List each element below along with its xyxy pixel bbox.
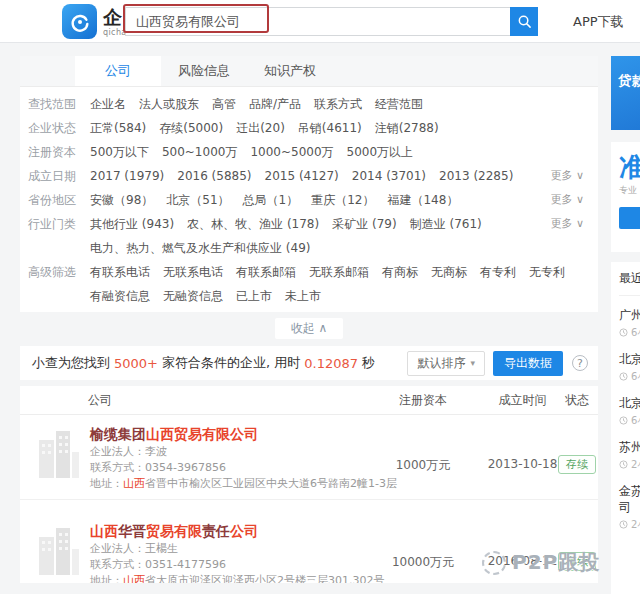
- filter-option[interactable]: 5000万以上: [347, 140, 414, 164]
- filter-option[interactable]: 有商标: [382, 260, 418, 284]
- results-text-suffix: 秒: [362, 354, 375, 372]
- filter-option[interactable]: 品牌/产品: [249, 92, 301, 116]
- filter-option[interactable]: 迁出(20): [236, 116, 285, 140]
- filter-option[interactable]: 正常(584): [90, 116, 146, 140]
- legal-person-line: 企业法人：王楊生: [90, 541, 400, 557]
- filter-option[interactable]: 经营范围: [375, 92, 423, 116]
- filter-option[interactable]: 吊销(4611): [298, 116, 362, 140]
- tab-risk-info[interactable]: 风险信息: [161, 56, 247, 86]
- sidebar-ad-banner[interactable]: 贷款: [611, 56, 640, 130]
- more-button-region[interactable]: 更多 ∨: [550, 188, 584, 212]
- filter-option[interactable]: 无融资信息: [163, 284, 223, 308]
- filter-option[interactable]: 企业名: [90, 92, 126, 116]
- filter-option[interactable]: 安徽（98）: [90, 188, 153, 212]
- sidebar-ad-text: 贷款: [618, 73, 640, 88]
- filter-option[interactable]: 注销(2788): [375, 116, 439, 140]
- filter-option[interactable]: 有融资信息: [90, 284, 150, 308]
- company-name-part: 责任: [202, 523, 230, 539]
- column-header-company: 公司: [88, 386, 112, 415]
- recent-item[interactable]: 苏州2小时前: [619, 428, 640, 472]
- filter-label-scope: 查找范围: [28, 92, 84, 116]
- filter-option[interactable]: 2014 (3701): [352, 164, 426, 188]
- filter-row-capital: 注册资本500万以下500~1000万1000~5000万5000万以上: [20, 140, 598, 164]
- status-cell: 存续: [548, 453, 598, 474]
- clock-icon: [619, 416, 628, 427]
- filter-row-scope: 查找范围企业名法人或股东高管品牌/产品联系方式经营范围: [20, 92, 598, 116]
- filter-option[interactable]: 无专利: [529, 260, 565, 284]
- filter-option[interactable]: 2013 (2285): [439, 164, 513, 188]
- filter-row-advanced: 高级筛选有联系电话无联系电话有联系邮箱无联系邮箱有商标无商标有专利无专利有融资信…: [20, 260, 598, 308]
- filter-option[interactable]: 采矿业 (79): [332, 212, 396, 236]
- contact-line: 联系方式：0354-3967856: [90, 460, 400, 476]
- sort-button[interactable]: 默认排序 ▾: [407, 351, 485, 376]
- recent-items: 广州6小时前北京6小时前北京6小时前苏州2小时前金苏司2小时前: [619, 296, 640, 532]
- tab-intellectual-property[interactable]: 知识产权: [247, 56, 333, 86]
- recent-company-name: 广州: [619, 307, 640, 323]
- filter-option[interactable]: 已上市: [236, 284, 272, 308]
- registered-capital: 10000万元: [368, 554, 478, 571]
- chevron-down-icon: ∨: [576, 169, 584, 182]
- search-button[interactable]: [510, 7, 538, 36]
- filter-option[interactable]: 存续(5000): [159, 116, 223, 140]
- app-download-link[interactable]: APP下载: [573, 13, 624, 31]
- filter-option[interactable]: 重庆（12）: [311, 188, 374, 212]
- filter-option[interactable]: 电力、热力、燃气及水生产和供应业 (49): [90, 236, 310, 260]
- recent-item[interactable]: 金苏司2小时前: [619, 472, 640, 532]
- filter-option[interactable]: 2015 (4127): [265, 164, 339, 188]
- filter-option[interactable]: 其他行业 (943): [90, 212, 174, 236]
- promo-button[interactable]: [619, 207, 640, 229]
- filter-option[interactable]: 有联系邮箱: [236, 260, 296, 284]
- filter-option[interactable]: 无联系邮箱: [309, 260, 369, 284]
- filter-option[interactable]: 制造业 (761): [410, 212, 482, 236]
- company-name-part: 山西: [90, 523, 118, 539]
- filter-option[interactable]: 有联系电话: [90, 260, 150, 284]
- clock-icon: [619, 372, 628, 383]
- company-info: 山西华晋贸易有限责任公司企业法人：王楊生联系方式：0351-4177596地址：…: [90, 521, 400, 583]
- filter-option[interactable]: 2017 (1979): [90, 164, 164, 188]
- filter-option[interactable]: 2016 (5885): [177, 164, 251, 188]
- recent-item[interactable]: 广州6小时前: [619, 296, 640, 340]
- tab-company[interactable]: 公司: [75, 56, 161, 86]
- results-bar: 小查为您找到 5000+ 家符合条件的企业, 用时 0.12087 秒 默认排序…: [20, 346, 598, 380]
- filter-option[interactable]: 未上市: [285, 284, 321, 308]
- filter-option[interactable]: 福建（148）: [387, 188, 458, 212]
- company-name-part: 公司: [230, 523, 258, 539]
- help-icon[interactable]: ?: [572, 355, 588, 371]
- more-button-founded-date[interactable]: 更多 ∨: [550, 164, 584, 188]
- filter-option[interactable]: 农、林、牧、渔业 (178): [187, 212, 319, 236]
- filter-option[interactable]: 总局（1）: [243, 188, 299, 212]
- sort-button-label: 默认排序: [417, 355, 465, 372]
- results-count: 5000+: [114, 356, 158, 371]
- filter-label-advanced: 高级筛选: [28, 260, 84, 308]
- company-row: 山西华晋贸易有限责任公司企业法人：王楊生联系方式：0351-4177596地址：…: [20, 500, 598, 583]
- filter-row-region: 省份地区安徽（98）北京（51）总局（1）重庆（12）福建（148）更多 ∨: [20, 188, 598, 212]
- filter-option[interactable]: 500~1000万: [162, 140, 238, 164]
- filter-option[interactable]: 有专利: [480, 260, 516, 284]
- recent-item[interactable]: 北京6小时前: [619, 384, 640, 428]
- filter-option[interactable]: 高管: [212, 92, 236, 116]
- building-icon: [35, 525, 81, 581]
- company-name-link[interactable]: 榆缆集团山西贸易有限公司: [90, 424, 400, 444]
- recent-time: 2小时前: [619, 458, 640, 472]
- filter-option[interactable]: 500万以下: [90, 140, 149, 164]
- building-icon: [35, 428, 81, 484]
- filter-option[interactable]: 无商标: [431, 260, 467, 284]
- search-box: [125, 7, 510, 36]
- recent-item[interactable]: 北京6小时前: [619, 340, 640, 384]
- results-elapsed: 0.12087: [304, 356, 358, 371]
- collapse-button[interactable]: 收起 ∧: [275, 318, 344, 339]
- recent-company-name: 北京: [619, 351, 640, 367]
- company-info: 榆缆集团山西贸易有限公司企业法人：李波联系方式：0354-3967856地址：山…: [90, 424, 400, 492]
- filter-option[interactable]: 无联系电话: [163, 260, 223, 284]
- search-input[interactable]: [126, 8, 510, 35]
- filter-option[interactable]: 法人或股东: [139, 92, 199, 116]
- filter-option[interactable]: 北京（51）: [166, 188, 229, 212]
- address-highlight: 山西: [123, 574, 145, 583]
- filter-option[interactable]: 1000~5000万: [250, 140, 333, 164]
- results-bar-actions: 默认排序 ▾ 导出数据 ?: [407, 351, 588, 376]
- company-name-link[interactable]: 山西华晋贸易有限责任公司: [90, 521, 400, 541]
- filter-option[interactable]: 联系方式: [314, 92, 362, 116]
- more-button-industry[interactable]: 更多 ∨: [550, 212, 584, 236]
- top-header: 企查查 qichacha.com APP下载: [0, 0, 640, 43]
- export-data-button[interactable]: 导出数据: [493, 351, 563, 376]
